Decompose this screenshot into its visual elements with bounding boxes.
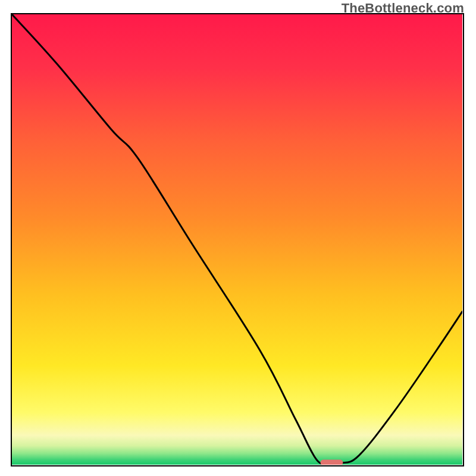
optimal-marker	[321, 460, 343, 465]
bottleneck-chart	[12, 14, 462, 465]
chart-frame	[11, 13, 464, 466]
chart-background	[12, 14, 462, 465]
